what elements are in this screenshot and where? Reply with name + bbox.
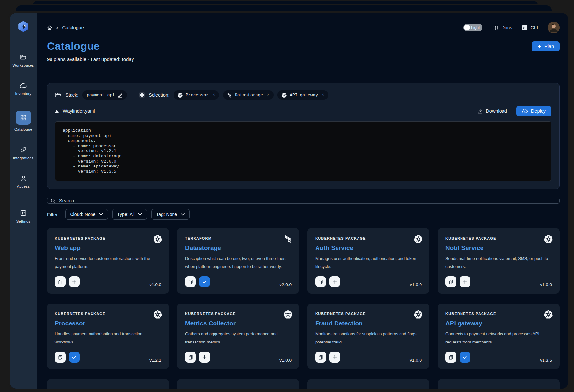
yaml-file-row: Wayfinder.yaml Download	[55, 106, 551, 116]
stack-label: Stack:	[65, 92, 78, 98]
selection-chip-processor[interactable]: Processor ×	[174, 90, 219, 100]
card-footer: v1.0.0	[315, 352, 422, 363]
stack-panel: Stack: payment api Selection:	[47, 83, 560, 189]
cli-link[interactable]: CLI	[522, 25, 538, 30]
card-title[interactable]: API gateway	[445, 320, 552, 327]
card-title[interactable]: Processor	[55, 320, 161, 327]
chevron-down-icon	[181, 213, 185, 216]
copy-button[interactable]	[55, 352, 66, 363]
kubernetes-icon	[178, 93, 183, 98]
add-button[interactable]	[199, 352, 210, 363]
grid-icon	[16, 111, 31, 125]
card-title[interactable]: Fraud Detection	[315, 320, 421, 327]
deploy-button[interactable]: Deploy	[516, 106, 551, 116]
sidebar-item-integrations[interactable]: Integrations	[13, 147, 34, 160]
copy-button[interactable]	[185, 276, 196, 287]
card-title[interactable]: Auth Service	[315, 245, 421, 252]
kubernetes-icon	[544, 310, 553, 319]
yaml-file-name[interactable]: Wayfinder.yaml	[63, 108, 95, 114]
folder-icon	[20, 54, 27, 60]
cloud-upload-icon	[522, 109, 528, 114]
download-button[interactable]: Download	[478, 108, 507, 114]
copy-button[interactable]	[445, 276, 456, 287]
copy-button[interactable]	[315, 276, 326, 287]
sidebar-item-inventory[interactable]: Inventory	[15, 82, 31, 96]
card-version: v1.0.0	[410, 358, 422, 363]
home-icon[interactable]	[47, 25, 52, 30]
chip-label: API gateway	[290, 93, 318, 98]
sidebar-item-label: Settings	[16, 219, 30, 223]
chip-close-icon[interactable]: ×	[267, 93, 269, 97]
filter-cloud-dropdown[interactable]: Cloud: None	[65, 209, 108, 220]
card-footer: v1.0.0	[445, 276, 552, 287]
card-version: v1.0.0	[540, 282, 552, 287]
card-type-label: KUBERNETES PACKAGE	[185, 312, 291, 316]
docs-link[interactable]: Docs	[492, 25, 512, 30]
card-description: Monitors transactions for suspicious pat…	[315, 330, 421, 346]
card-version: v1.2.1	[149, 358, 161, 363]
add-button[interactable]	[69, 276, 80, 287]
copy-button[interactable]	[185, 352, 196, 363]
sidebar-item-label: Inventory	[15, 92, 31, 96]
terraform-icon	[227, 93, 232, 98]
filter-tag-dropdown[interactable]: Tag: None	[151, 209, 190, 220]
selected-check-button[interactable]	[460, 352, 470, 363]
breadcrumb-current[interactable]: Catalogue	[62, 25, 84, 30]
card-title[interactable]: Web app	[55, 245, 161, 252]
add-button[interactable]	[329, 352, 340, 363]
yaml-code-block[interactable]: application: name: payment-api component…	[55, 121, 551, 181]
filter-type-dropdown[interactable]: Type: All	[112, 209, 147, 220]
plan-button[interactable]: Plan	[532, 41, 560, 51]
plan-button-label: Plan	[544, 44, 554, 49]
copy-button[interactable]	[315, 352, 326, 363]
selected-check-button[interactable]	[199, 276, 210, 287]
card-type-label: KUBERNETES PACKAGE	[55, 312, 161, 316]
sidebar-item-label: Workspaces	[12, 63, 34, 67]
selected-check-button[interactable]	[69, 352, 80, 363]
card-description: Connects to payment networks and process…	[445, 330, 552, 346]
stack-selection-row: Stack: payment api Selection:	[55, 90, 551, 100]
download-label: Download	[486, 108, 507, 114]
sidebar: Workspaces Inventory Catalogue	[10, 13, 37, 389]
card-partial	[177, 379, 299, 389]
app-logo-icon[interactable]	[17, 20, 30, 33]
download-icon	[478, 108, 482, 114]
card-processor: KUBERNETES PACKAGE Processor Handles pay…	[47, 304, 169, 369]
selection-chip-api-gateway[interactable]: API gateway ×	[277, 90, 328, 100]
sidebar-item-workspaces[interactable]: Workspaces	[12, 54, 34, 67]
card-partial	[47, 379, 169, 389]
copy-button[interactable]	[445, 352, 456, 363]
kubernetes-icon	[544, 235, 553, 243]
chip-close-icon[interactable]: ×	[322, 93, 324, 97]
search-bar[interactable]	[47, 198, 560, 204]
card-title[interactable]: Notif Service	[445, 245, 552, 252]
collapse-icon[interactable]	[55, 110, 59, 113]
sidebar-item-access[interactable]: Access	[17, 175, 30, 188]
add-button[interactable]	[329, 276, 340, 287]
search-input[interactable]	[59, 198, 556, 203]
terminal-icon	[522, 25, 527, 30]
sliders-icon	[20, 210, 26, 216]
avatar[interactable]	[548, 22, 560, 33]
sidebar-item-label: Catalogue	[14, 127, 32, 131]
stack-name-chip[interactable]: payment api	[82, 90, 127, 100]
sidebar-item-catalogue[interactable]: Catalogue	[14, 111, 32, 131]
edit-pencil-icon[interactable]	[118, 93, 123, 98]
chip-label: Processor	[186, 93, 209, 98]
selection-chip-datastorage[interactable]: Datastorage ×	[223, 90, 274, 100]
kubernetes-icon	[414, 235, 422, 243]
chip-close-icon[interactable]: ×	[213, 93, 215, 97]
kubernetes-icon	[414, 310, 422, 319]
card-notif-service: KUBERNETES PACKAGE Notif Service Sends r…	[438, 228, 560, 294]
card-title[interactable]: Metrics Collector	[185, 320, 291, 327]
sidebar-item-settings[interactable]: Settings	[16, 210, 30, 223]
sidebar-item-label: Integrations	[13, 156, 34, 160]
add-button[interactable]	[460, 276, 470, 287]
copy-button[interactable]	[55, 276, 66, 287]
filter-type-value: Type: All	[117, 212, 134, 217]
sidebar-divider	[15, 199, 31, 199]
theme-toggle[interactable]: Light	[463, 24, 482, 31]
card-title[interactable]: Datastorage	[185, 245, 291, 252]
sidebar-item-label: Access	[17, 185, 30, 188]
book-icon	[492, 25, 498, 30]
